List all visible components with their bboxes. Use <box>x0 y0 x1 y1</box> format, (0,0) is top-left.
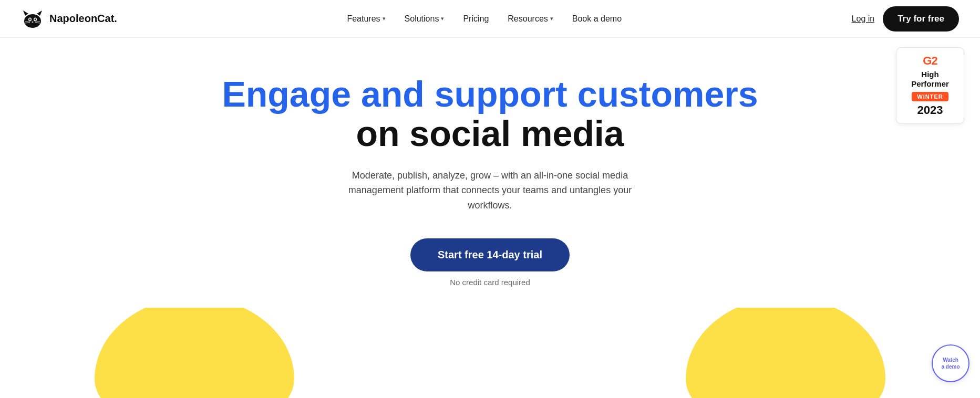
logo-text: NapoleonCat. <box>49 13 117 25</box>
blob-right <box>686 308 885 398</box>
navbar: NapoleonCat. Features ▾ Solutions ▾ Pric… <box>0 0 980 38</box>
svg-point-7 <box>35 18 36 20</box>
svg-marker-2 <box>23 11 28 16</box>
chevron-down-icon: ▾ <box>383 15 386 22</box>
blob-container <box>11 308 969 398</box>
svg-point-8 <box>32 22 34 23</box>
blob-left <box>95 308 294 398</box>
logo-icon <box>21 7 44 30</box>
nav-item-resources[interactable]: Resources ▾ <box>500 10 560 28</box>
svg-marker-3 <box>37 11 42 16</box>
nav-item-pricing[interactable]: Pricing <box>456 10 496 28</box>
g2-performer-text: Performer <box>902 79 958 89</box>
cta-note: No credit card required <box>450 278 530 287</box>
hero-title-line1: Engage and support customers <box>222 74 758 114</box>
start-trial-button[interactable]: Start free 14-day trial <box>410 238 570 271</box>
watch-demo-label: Watcha demo <box>941 357 960 370</box>
chevron-down-icon: ▾ <box>441 15 444 22</box>
nav-links: Features ▾ Solutions ▾ Pricing Resources… <box>339 10 629 28</box>
hero-title-line2: on social media <box>356 113 624 153</box>
logo-link[interactable]: NapoleonCat. <box>21 7 117 30</box>
watch-demo-button[interactable]: Watcha demo <box>932 344 969 382</box>
g2-season-badge: WINTER <box>912 92 948 101</box>
try-for-free-button[interactable]: Try for free <box>883 6 959 32</box>
g2-high-text: High <box>902 70 958 79</box>
g2-year: 2023 <box>902 103 958 117</box>
nav-item-features[interactable]: Features ▾ <box>339 10 393 28</box>
login-button[interactable]: Log in <box>852 14 875 24</box>
chevron-down-icon: ▾ <box>550 15 553 22</box>
nav-item-book-demo[interactable]: Book a demo <box>565 10 629 28</box>
g2-logo: G2 <box>902 54 958 68</box>
nav-actions: Log in Try for free <box>852 6 959 32</box>
hero-cta-wrapper: Start free 14-day trial No credit card r… <box>11 238 969 287</box>
hero-section: Engage and support customers on social m… <box>0 38 980 398</box>
g2-badge: G2 High Performer WINTER 2023 <box>896 47 964 124</box>
svg-point-6 <box>29 18 31 20</box>
hero-title: Engage and support customers on social m… <box>11 75 969 153</box>
nav-item-solutions[interactable]: Solutions ▾ <box>397 10 452 28</box>
svg-point-1 <box>26 15 39 25</box>
hero-subtitle: Moderate, publish, analyze, grow – with … <box>348 168 632 213</box>
